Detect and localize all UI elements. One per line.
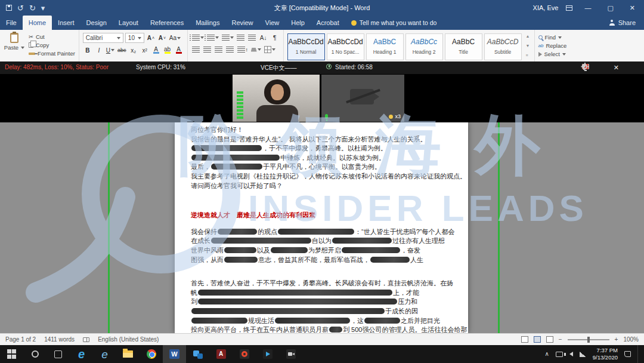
show-desktop-button[interactable] <box>637 345 640 363</box>
style-1-normal[interactable]: AaBbCcDd1 Normal <box>287 33 325 60</box>
strikethrough-button[interactable]: abc <box>117 45 127 55</box>
tab-design[interactable]: Design <box>80 16 113 30</box>
tab-view[interactable]: View <box>259 16 286 30</box>
taskbar-clock[interactable]: 7:37 PM 9/13/2020 <box>593 347 618 361</box>
tab-mailings[interactable]: Mailings <box>190 16 225 30</box>
shrink-font-button[interactable]: A˅ <box>157 33 167 43</box>
bold-button[interactable]: B <box>83 45 92 55</box>
show-formatting-button[interactable]: ¶ <box>270 33 280 42</box>
read-mode-button[interactable] <box>521 336 528 343</box>
proofing-icon[interactable] <box>83 337 89 342</box>
shading-button[interactable] <box>250 45 262 54</box>
paste-button[interactable]: Paste <box>4 32 25 60</box>
font-color-button[interactable]: A <box>174 45 184 55</box>
zoom-slider-thumb[interactable] <box>587 337 590 343</box>
tab-help[interactable]: Help <box>285 16 311 30</box>
document-page[interactable]: 两位考官你们好！我报告的题目是“苦难升华人生”。 我将从以下三个方面来分析苦难与… <box>175 122 468 333</box>
style-heading-1[interactable]: AaBbCHeading 1 <box>366 33 404 60</box>
qat-customize-icon[interactable]: ▾ <box>41 4 45 12</box>
zoom-out-button[interactable]: − <box>559 336 562 343</box>
highlight-button[interactable]: ab <box>163 45 172 55</box>
scroll-down-icon[interactable]: ▼ <box>526 44 530 48</box>
ribbon-display-options-icon[interactable] <box>566 5 572 11</box>
tab-insert[interactable]: Insert <box>52 16 80 30</box>
line-spacing-button[interactable]: ↕ <box>237 45 249 54</box>
increase-indent-button[interactable] <box>247 33 257 42</box>
superscript-button[interactable]: x² <box>140 45 150 55</box>
search-button[interactable] <box>23 345 47 363</box>
word-count[interactable]: 1411 words <box>44 336 75 343</box>
taskbar-red-app-icon[interactable] <box>233 345 256 363</box>
cut-button[interactable]: ✂Cut <box>29 33 75 40</box>
select-button[interactable]: Select <box>538 51 567 57</box>
taskbar-acrobat-icon[interactable]: A <box>209 345 233 363</box>
taskbar-word-icon[interactable]: W <box>163 345 186 363</box>
undo-icon[interactable]: ↺ <box>17 4 24 12</box>
sort-button[interactable]: A↓ <box>259 33 268 42</box>
save-icon[interactable] <box>6 5 12 11</box>
maximize-button[interactable]: ▢ <box>603 4 617 12</box>
styles-more-icon[interactable]: ≡ <box>526 53 530 57</box>
signed-in-user[interactable]: XIA, Eve <box>533 4 559 11</box>
numbering-button[interactable] <box>206 33 219 42</box>
multilevel-list-button[interactable] <box>221 33 234 42</box>
grow-font-button[interactable]: A˄ <box>146 33 156 43</box>
text-effects-button[interactable]: A <box>151 45 161 55</box>
align-center-button[interactable] <box>203 45 212 54</box>
align-left-button[interactable] <box>191 45 201 54</box>
zoom-slider[interactable] <box>568 339 609 340</box>
camera-off-video-tile[interactable]: x3 <box>321 75 404 122</box>
taskbar-file-explorer-icon[interactable] <box>116 345 140 363</box>
style-heading-2[interactable]: AaBbCcHeading 2 <box>405 33 443 60</box>
minimize-button[interactable]: — <box>580 4 595 11</box>
font-size-select[interactable]: 10 <box>125 33 144 43</box>
taskbar-capture-app-icon[interactable] <box>279 345 302 363</box>
action-center-icon[interactable] <box>624 351 631 357</box>
web-layout-button[interactable] <box>546 336 553 343</box>
subscript-button[interactable]: x₂ <box>129 45 138 55</box>
font-family-select[interactable]: Calibri <box>83 33 123 43</box>
zoom-in-button[interactable]: + <box>615 336 618 343</box>
document-area[interactable]: 两位考官你们好！我报告的题目是“苦难升华人生”。 我将从以下三个方面来分析苦难与… <box>0 122 644 333</box>
tab-references[interactable]: References <box>144 16 190 30</box>
find-button[interactable]: Find <box>538 34 567 41</box>
underline-button[interactable]: U <box>106 45 115 55</box>
close-button[interactable]: ✕ <box>626 4 639 12</box>
start-button[interactable] <box>0 345 23 363</box>
taskbar-chat-app-icon[interactable] <box>186 345 209 363</box>
taskbar-chrome-icon[interactable] <box>140 345 163 363</box>
zoom-level[interactable]: 100% <box>623 336 639 343</box>
copy-button[interactable]: Copy <box>29 42 75 48</box>
speaker-icon[interactable] <box>569 352 573 356</box>
taskbar-edge-icon[interactable]: e <box>70 345 93 363</box>
bullets-button[interactable] <box>191 33 205 42</box>
change-case-button[interactable]: Aa <box>169 33 181 43</box>
replace-button[interactable]: abReplace <box>538 42 567 49</box>
network-icon[interactable] <box>580 352 586 357</box>
page-indicator[interactable]: Page 1 of 2 <box>5 336 36 343</box>
overlay-close-icon[interactable]: ✕ <box>614 64 619 72</box>
style-1-no-spac-[interactable]: AaBbCcDd1 No Spac... <box>327 33 364 60</box>
taskbar-media-app-icon[interactable] <box>256 345 279 363</box>
tab-file[interactable]: File <box>0 16 23 30</box>
tab-review[interactable]: Review <box>226 16 259 30</box>
align-right-button[interactable] <box>214 45 224 54</box>
tell-me-box[interactable]: Tell me what you want to do <box>351 16 437 30</box>
language-indicator[interactable]: English (United States) <box>98 336 159 343</box>
borders-button[interactable] <box>264 45 276 54</box>
format-painter-button[interactable]: Format Painter <box>29 50 75 57</box>
redo-icon[interactable]: ↻ <box>29 4 36 12</box>
tab-acrobat[interactable]: Acrobat <box>311 16 345 30</box>
tablet-mode-icon[interactable] <box>556 352 563 357</box>
styles-scrollbar[interactable]: ▲ ▼ ≡ <box>525 32 531 60</box>
tab-layout[interactable]: Layout <box>113 16 144 30</box>
style-subtitle[interactable]: AaBbCcDSubtitle <box>484 33 522 60</box>
share-button[interactable]: Share <box>601 16 644 30</box>
italic-button[interactable]: I <box>94 45 104 55</box>
scroll-up-icon[interactable]: ▲ <box>526 34 530 38</box>
tray-expand-icon[interactable]: ∧ <box>544 351 549 357</box>
webcam-video-tile[interactable] <box>233 75 320 122</box>
justify-button[interactable] <box>225 45 235 54</box>
taskbar-internet-explorer-icon[interactable]: e <box>93 345 116 363</box>
decrease-indent-button[interactable] <box>236 33 246 42</box>
